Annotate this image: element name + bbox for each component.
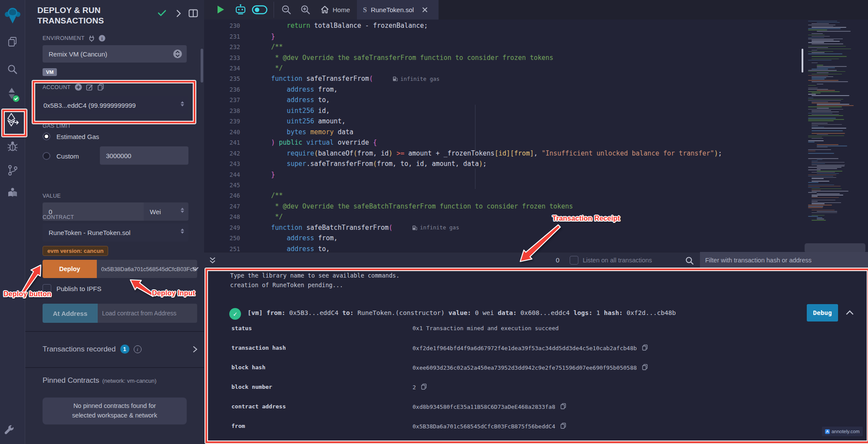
sign-message-icon[interactable] — [86, 83, 93, 91]
minimap-line — [808, 216, 818, 217]
minimap-line — [817, 193, 840, 194]
copy-icon[interactable] — [642, 364, 648, 371]
minimap-line — [812, 178, 824, 179]
at-address-button[interactable]: At Address — [43, 304, 98, 323]
copy-account-icon[interactable] — [97, 83, 104, 91]
code-line[interactable]: 239 uint256 amount, — [204, 116, 803, 126]
code-line[interactable]: 251 address to, — [204, 243, 803, 252]
terminal-output[interactable]: Type the library name to see available c… — [204, 268, 868, 444]
copy-icon[interactable] — [561, 403, 566, 411]
code-line[interactable]: 250 address from, — [204, 233, 803, 243]
code-line[interactable]: 231 } — [204, 31, 803, 41]
terminal-search-icon[interactable] — [685, 256, 694, 267]
code-line[interactable]: 233 * @dev Override the safeTransferFrom… — [204, 52, 803, 63]
transactions-expand-chevron-icon[interactable] — [193, 346, 198, 355]
estimated-gas-radio[interactable] — [43, 133, 50, 140]
transactions-recorded-row: Transactions recorded 1 i — [43, 345, 142, 354]
deploy-run-icon[interactable] — [0, 112, 25, 128]
minimap-line — [812, 79, 825, 80]
minimap-line — [812, 191, 848, 192]
minimap-line — [812, 130, 843, 131]
collapse-terminal-icon[interactable] — [209, 257, 216, 266]
collapse-receipt-chevron-icon[interactable] — [846, 308, 854, 317]
deploy-button[interactable]: Deploy — [43, 260, 97, 278]
code-line[interactable]: 245 — [204, 180, 803, 190]
debugger-icon[interactable] — [0, 140, 25, 152]
code-line[interactable]: 241 ) public virtual override { — [204, 137, 803, 148]
debug-button[interactable]: Debug — [807, 304, 838, 321]
home-icon — [320, 5, 329, 14]
minimap-slider[interactable] — [805, 243, 865, 253]
split-view-icon[interactable] — [188, 9, 198, 19]
gas-custom-row: Custom — [43, 152, 79, 160]
account-select[interactable]: 0x5B3...eddC4 (99.9999999999 — [37, 96, 188, 114]
value-unit-select[interactable]: Wei — [144, 202, 188, 221]
learneth-icon[interactable] — [0, 187, 25, 199]
plug-icon[interactable] — [89, 35, 95, 42]
tx-summary[interactable]: [vm] from: 0x5B3...eddC4 to: RuneToken.(… — [248, 309, 676, 316]
code-line[interactable]: 249 function safeBatchTransferFrom(infin… — [204, 222, 803, 233]
minimap-line — [808, 100, 841, 101]
custom-gas-input[interactable]: 3000000 — [100, 146, 188, 165]
code-line[interactable]: 236 address from, — [204, 84, 803, 95]
vm-badge: VM — [43, 68, 57, 76]
environment-select[interactable]: Remix VM (Cancun) — [43, 45, 187, 63]
pin-panel-chevron-icon[interactable] — [176, 10, 181, 19]
environment-info-icon[interactable]: i — [99, 35, 106, 42]
minimap-line — [812, 201, 818, 202]
deploy-constructor-input[interactable]: 0x5B38Da6a701c568545dCfcB03FcB875f56bedd… — [97, 260, 197, 278]
minimap[interactable] — [805, 20, 865, 224]
add-account-icon[interactable] — [75, 83, 82, 91]
code-line[interactable]: 246 /** — [204, 190, 803, 201]
at-address-input[interactable]: Load contract from Address — [98, 304, 197, 323]
copy-icon[interactable] — [561, 423, 566, 430]
solidity-compiler-icon[interactable] — [0, 87, 25, 103]
contract-select[interactable]: RuneToken - RuneToken.sol — [43, 223, 188, 242]
transactions-info-icon[interactable]: i — [134, 345, 142, 353]
run-script-icon[interactable] — [216, 5, 225, 16]
custom-gas-radio[interactable] — [43, 152, 50, 160]
terminal-filter-input[interactable]: Filter with transaction hash or address — [700, 252, 868, 268]
code-line[interactable]: 232 /** — [204, 42, 803, 52]
search-icon[interactable] — [0, 64, 25, 75]
copy-icon[interactable] — [421, 384, 427, 391]
tab-close-icon[interactable] — [422, 7, 428, 13]
code-line[interactable]: 244 } — [204, 169, 803, 179]
expand-constructor-chevron-icon[interactable] — [192, 265, 199, 273]
code-line[interactable]: 237 address to, — [204, 95, 803, 105]
code-line[interactable]: 243 super.safeTransferFrom(from, to, id,… — [204, 159, 803, 169]
settings-wrench-icon[interactable] — [0, 424, 21, 436]
code-line[interactable]: 234 */ — [204, 63, 803, 73]
file-explorer-icon[interactable] — [0, 36, 25, 48]
ai-copilot-robot-icon[interactable] — [234, 3, 247, 17]
publish-ipfs-checkbox[interactable] — [43, 284, 51, 293]
listen-all-checkbox[interactable] — [570, 256, 578, 265]
code-line[interactable]: 230 return totalBalance - frozenBalance; — [204, 20, 803, 31]
code-editor[interactable]: 230 return totalBalance - frozenBalance;… — [204, 20, 803, 252]
zoom-in-icon[interactable] — [300, 5, 310, 17]
minimap-line — [812, 77, 826, 78]
line-number: 243 — [204, 160, 240, 167]
code-text: uint256 id, — [255, 107, 330, 115]
panel-scrollbar[interactable] — [201, 49, 203, 83]
editor-scrollbar[interactable] — [802, 49, 803, 73]
copy-icon[interactable] — [642, 345, 648, 352]
minimap-line — [817, 67, 835, 68]
minimap-line — [812, 36, 830, 37]
minimap-line — [808, 115, 843, 116]
code-line[interactable]: 248 */ — [204, 212, 803, 222]
git-branch-icon[interactable] — [0, 164, 25, 176]
home-tab[interactable]: Home — [320, 5, 350, 14]
code-line[interactable]: 247 * @dev Override the safeBatchTransfe… — [204, 201, 803, 212]
tab-runetoken[interactable]: S RuneToken.sol — [357, 0, 439, 20]
zoom-out-icon[interactable] — [281, 5, 291, 17]
remix-logo-icon[interactable] — [0, 6, 25, 24]
minimap-line — [812, 123, 828, 124]
code-line[interactable]: 240 bytes memory data — [204, 127, 803, 137]
code-line[interactable]: 235 function safeTransferFrom(infinite g… — [204, 73, 803, 84]
minimap-line — [808, 89, 828, 90]
copilot-toggle-icon[interactable] — [252, 5, 267, 16]
code-line[interactable]: 242 require(balanceOf(from, id) >= amoun… — [204, 148, 803, 158]
minimap-line — [808, 47, 828, 48]
code-line[interactable]: 238 uint256 id, — [204, 106, 803, 116]
